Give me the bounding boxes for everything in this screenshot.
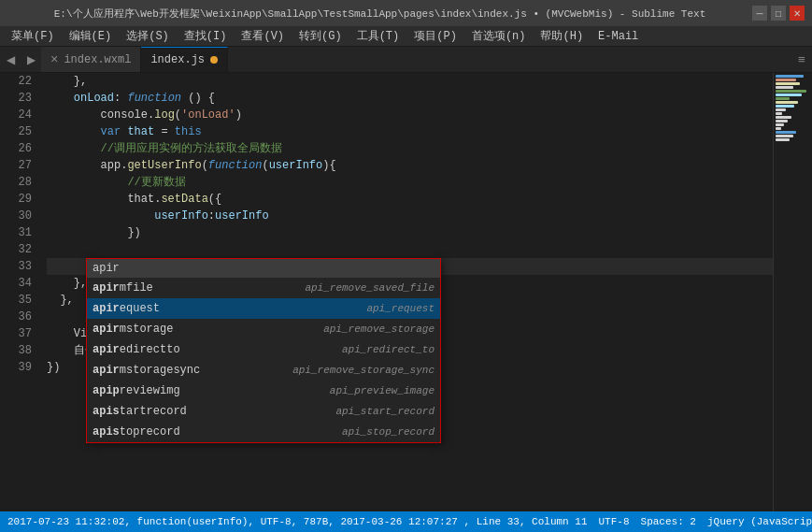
tab-menu-button[interactable]: ≡: [791, 47, 812, 72]
menu-item[interactable]: 项目(P): [406, 26, 464, 46]
ac-bold: p: [113, 384, 120, 397]
menu-item[interactable]: 菜单(F): [4, 26, 62, 46]
ac-suffix: tartrecord: [120, 405, 187, 418]
code-line: that.setData({: [47, 191, 803, 208]
ac-bold: r: [113, 343, 120, 356]
ac-bold: r: [113, 323, 120, 336]
menu-item[interactable]: 工具(T): [349, 26, 407, 46]
ac-prefix: api: [93, 425, 113, 439]
code-line: [47, 241, 803, 258]
autocomplete-item[interactable]: apipreviewimgapi_preview_image: [87, 381, 440, 401]
code-segment: //更新数据: [47, 174, 186, 191]
ac-suffix: mstoragesync: [120, 364, 200, 377]
tab-bar: ◀ ▶ ×index.wxmlindex.js ≡: [0, 47, 812, 73]
autocomplete-list: apirmfileapi_remove_saved_fileapirequest…: [87, 278, 440, 442]
ac-bold: r: [113, 281, 120, 295]
code-segment: [47, 123, 101, 140]
tab-indexwxml[interactable]: ×index.wxml: [41, 47, 141, 72]
menu-item[interactable]: 转到(G): [292, 26, 349, 46]
autocomplete-item[interactable]: apiredirecttoapi_redirect_to: [87, 339, 440, 360]
maximize-button[interactable]: □: [771, 6, 786, 21]
code-line: app.getUserInfo(function(userInfo){: [47, 157, 803, 174]
tab-close-icon[interactable]: ×: [50, 52, 58, 67]
ac-prefix: api: [93, 364, 113, 377]
code-segment: }): [47, 359, 60, 376]
code-line: userInfo:userInfo: [47, 208, 803, 224]
code-segment: log: [154, 107, 175, 123]
code-line: console.log('onLoad'): [47, 107, 803, 123]
ac-prefix: api: [93, 343, 113, 356]
line-number: 33: [0, 258, 32, 275]
tab-indexjs[interactable]: index.js: [141, 47, 228, 72]
ac-suffix: equest: [120, 302, 160, 315]
autocomplete-item[interactable]: apirmfileapi_remove_saved_file: [87, 278, 440, 298]
menu-item[interactable]: 首选项(n): [464, 26, 534, 46]
code-segment: .: [154, 191, 161, 208]
code-segment: that: [127, 123, 154, 140]
code-line: //调用应用实例的方法获取全局数据: [47, 140, 803, 157]
minimap-line: [776, 138, 790, 141]
ac-suffix: mstorage: [120, 323, 174, 336]
minimap-line: [776, 79, 796, 81]
code-line: onLoad: function () {: [47, 90, 803, 107]
editor-container: 222324252627282930313233343536373839 }, …: [0, 73, 812, 511]
code-segment: }: [74, 275, 80, 292]
ac-hint: api_remove_storage: [323, 324, 434, 335]
line-number: 35: [0, 292, 32, 309]
minimap-line: [776, 127, 781, 130]
autocomplete-item[interactable]: apistartrecordapi_start_record: [87, 401, 440, 422]
code-segment: [47, 208, 154, 224]
code-segment: that: [47, 191, 154, 208]
autocomplete-item[interactable]: apirmstorageapi_remove_storage: [87, 319, 440, 339]
code-segment: ): [235, 107, 242, 123]
tab-next-button[interactable]: ▶: [21, 47, 41, 72]
line-number: 36: [0, 309, 32, 325]
tab-modified-dot: [210, 56, 218, 64]
code-segment: Vi: [47, 325, 87, 342]
code-segment: ({: [208, 191, 221, 208]
code-segment: function: [208, 157, 263, 174]
menu-item[interactable]: 编辑(E): [62, 26, 120, 46]
line-number: 30: [0, 208, 32, 224]
ac-prefix: api: [93, 302, 113, 315]
ac-hint: api_preview_image: [330, 385, 434, 396]
minimap-line: [776, 93, 802, 96]
menu-item[interactable]: 帮助(H): [533, 26, 591, 46]
line-number: 37: [0, 325, 32, 342]
line-number: 28: [0, 174, 32, 191]
code-line: var that = this: [47, 123, 803, 140]
code-segment: console: [47, 107, 148, 123]
code-segment: .: [121, 157, 127, 174]
menu-item[interactable]: 查找(I): [177, 26, 235, 46]
autocomplete-item[interactable]: apirmstoragesyncapi_remove_storage_sync: [87, 360, 440, 381]
autocomplete-item[interactable]: apistoprecordapi_stop_record: [87, 422, 440, 442]
tab-label: index.js: [150, 53, 205, 66]
code-segment: () {: [181, 90, 215, 107]
minimize-button[interactable]: ─: [752, 6, 767, 21]
menu-item[interactable]: E-Mail: [591, 28, 646, 45]
code-segment: userInfo: [154, 208, 208, 224]
title-bar: E:\个人应用程序\Web开发框架\WeixinApp\SmallApp\Tes…: [0, 0, 812, 26]
code-line: },: [47, 73, 803, 90]
code-segment: [47, 90, 74, 107]
ac-suffix: reviewimg: [120, 384, 180, 397]
tab-label: index.wxml: [64, 53, 131, 66]
status-encoding[interactable]: UTF-8: [599, 516, 630, 527]
autocomplete-item[interactable]: apirequestapi_request: [87, 298, 440, 319]
ac-hint: api_remove_storage_sync: [292, 365, 434, 376]
minimap-line: [776, 101, 798, 104]
code-segment: [47, 275, 74, 292]
code-content[interactable]: }, onLoad: function () { console.log('on…: [39, 73, 803, 511]
status-syntax[interactable]: jQuery (JavaScrip: [707, 516, 812, 527]
menu-item[interactable]: 查看(V): [234, 26, 292, 46]
menu-item[interactable]: 选择(S): [119, 26, 177, 46]
ac-hint: api_request: [366, 303, 434, 314]
ac-bold: s: [113, 405, 120, 418]
close-button[interactable]: ✕: [790, 6, 805, 21]
status-spaces[interactable]: Spaces: 2: [641, 516, 696, 527]
ac-hint: api_stop_record: [342, 426, 434, 438]
code-segment: getUserInfo: [127, 157, 201, 174]
ac-bold: r: [113, 364, 120, 377]
code-segment: app: [47, 157, 121, 174]
tab-prev-button[interactable]: ◀: [0, 47, 21, 72]
